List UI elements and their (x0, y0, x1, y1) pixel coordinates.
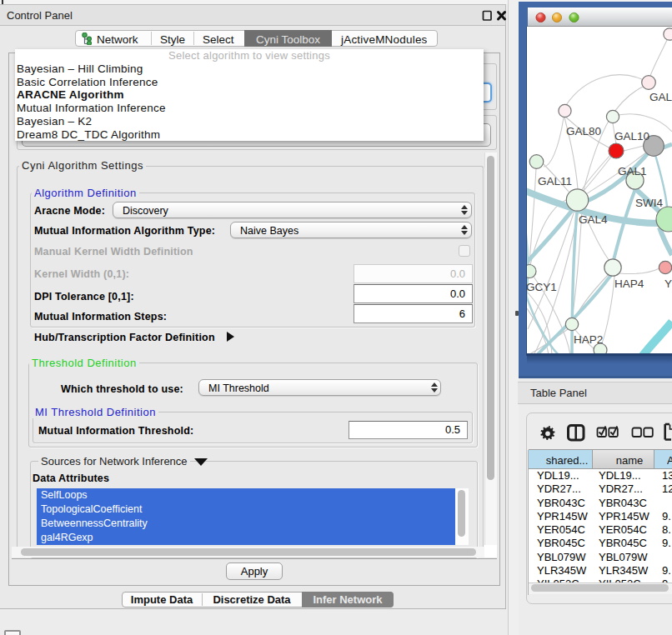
svg-text:YER: YER (664, 278, 672, 290)
svg-text:SWI4: SWI4 (635, 197, 663, 209)
svg-text:HAP4: HAP4 (614, 278, 644, 290)
svg-text:GAL2: GAL2 (649, 91, 672, 103)
svg-text:HAP2: HAP2 (574, 333, 603, 346)
svg-text:GAL10: GAL10 (614, 130, 649, 142)
svg-text:GAL11: GAL11 (538, 175, 572, 188)
svg-text:GAL80: GAL80 (566, 125, 601, 138)
svg-text:GCY1: GCY1 (527, 281, 557, 293)
svg-text:GAL4: GAL4 (579, 213, 608, 226)
svg-text:GAL1: GAL1 (618, 165, 647, 178)
